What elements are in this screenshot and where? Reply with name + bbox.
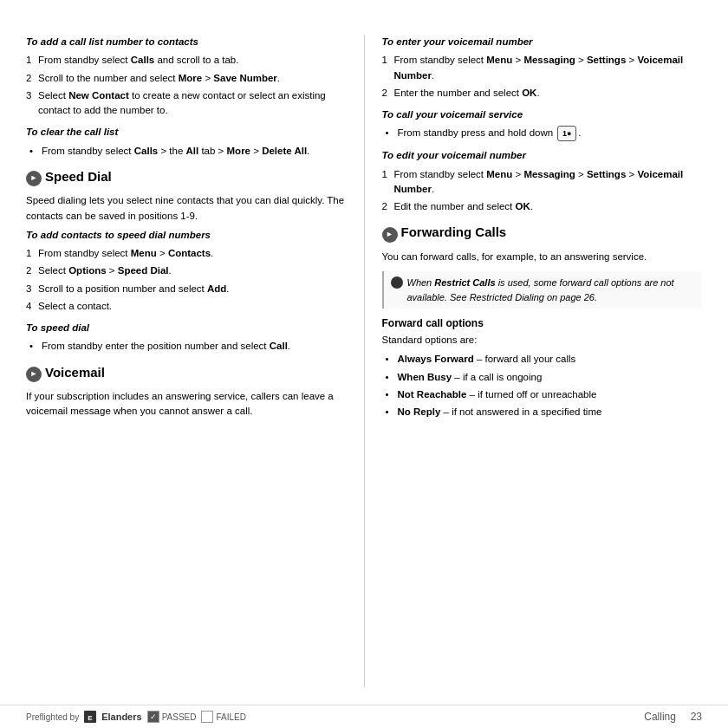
- item-text: Select a contact.: [38, 299, 347, 314]
- item-number: 1: [382, 53, 394, 83]
- enter-voicemail-title: To enter your voicemail number: [382, 35, 703, 49]
- preflighted-text: Preflighted by: [26, 712, 79, 722]
- bullet-item: • Not Reachable – if turned off or unrea…: [382, 387, 703, 402]
- item-number: 2: [26, 71, 38, 86]
- forwarding-calls-body: You can forward calls, for example, to a…: [382, 250, 703, 264]
- list-item: 2 Edit the number and select OK.: [382, 199, 703, 214]
- list-item: 3 Scroll to a position number and select…: [26, 282, 347, 296]
- preflighted-label: Preflighted by E Elanders ✓ PASSED FAILE…: [26, 711, 246, 723]
- list-item: 2 Enter the number and select OK.: [382, 86, 703, 101]
- bullet-symbol: •: [386, 387, 398, 402]
- bullet-symbol: •: [386, 352, 398, 367]
- item-text: From standby press and hold down 1●.: [398, 126, 703, 141]
- item-text: From standby select Menu > Contacts.: [38, 246, 347, 261]
- failed-label: FAILED: [216, 712, 245, 722]
- elanders-logo-icon: E: [84, 711, 96, 723]
- item-text: Edit the number and select OK.: [394, 199, 703, 214]
- section-clear-title: To clear the call list: [26, 125, 347, 140]
- item-text: Always Forward – forward all your calls: [398, 352, 703, 367]
- item-text: Not Reachable – if turned off or unreach…: [398, 387, 703, 402]
- edit-voicemail-title: To edit your voicemail number: [382, 148, 703, 163]
- footer-calling-label: Calling: [644, 711, 676, 723]
- section-speed-dial-title: To speed dial: [26, 321, 347, 335]
- failed-badge: FAILED: [201, 711, 245, 723]
- failed-box-icon: [201, 711, 213, 723]
- warning-dot-icon: [391, 276, 403, 289]
- bullet-symbol: •: [386, 126, 398, 141]
- item-number: 1: [26, 246, 38, 261]
- right-column: To enter your voicemail number 1 From st…: [365, 35, 703, 687]
- forward-options-heading: Forward call options: [382, 315, 703, 331]
- section-enter-voicemail: To enter your voicemail number 1 From st…: [382, 35, 703, 101]
- forwarding-calls-icon: ►: [382, 227, 398, 243]
- bullet-symbol: •: [29, 339, 42, 354]
- item-number: 2: [26, 263, 38, 278]
- bullet-symbol: •: [386, 370, 398, 385]
- page-footer: Preflighted by E Elanders ✓ PASSED FAILE…: [0, 705, 728, 728]
- item-number: 1: [26, 53, 38, 68]
- section-add-speed-dial: To add contacts to speed dial numbers 1 …: [26, 228, 347, 314]
- company-name: Elanders: [101, 712, 141, 722]
- page-container: To add a call list number to contacts 1 …: [0, 0, 728, 728]
- left-column: To add a call list number to contacts 1 …: [26, 35, 365, 687]
- bullet-symbol: •: [29, 144, 42, 159]
- item-text: From standby select Calls and scroll to …: [38, 53, 347, 68]
- item-text: Enter the number and select OK.: [394, 86, 703, 101]
- item-text: Select New Contact to create a new conta…: [38, 88, 347, 119]
- section-add-speed-dial-title: To add contacts to speed dial numbers: [26, 228, 347, 243]
- warning-text: When Restrict Calls is used, some forwar…: [407, 276, 696, 304]
- list-item: 1 From standby select Menu > Contacts.: [26, 246, 347, 261]
- item-number: 3: [26, 88, 38, 119]
- item-text: Scroll to a position number and select A…: [38, 282, 347, 296]
- item-text: No Reply – if not answered in a specifie…: [398, 405, 703, 419]
- item-number: 1: [382, 167, 394, 198]
- speed-dial-heading: Speed Dial: [45, 167, 112, 187]
- voicemail-heading: Voicemail: [45, 363, 105, 383]
- speed-dial-icon: ►: [26, 171, 42, 186]
- item-text: From standby enter the position number a…: [42, 339, 347, 354]
- call-voicemail-title: To call your voicemail service: [382, 107, 703, 122]
- page-content: To add a call list number to contacts 1 …: [0, 0, 728, 705]
- svg-text:E: E: [88, 714, 93, 722]
- list-item: 1 From standby select Menu > Messaging >…: [382, 53, 703, 83]
- item-number: 2: [382, 199, 394, 214]
- speed-dial-body: Speed dialing lets you select nine conta…: [26, 193, 347, 224]
- speed-dial-heading-block: ► Speed Dial: [26, 167, 347, 191]
- item-number: 3: [26, 282, 38, 296]
- forwarding-calls-heading-block: ► Forwarding Calls: [382, 223, 703, 246]
- list-item: 2 Select Options > Speed Dial.: [26, 263, 347, 278]
- voicemail-icon: ►: [26, 367, 42, 382]
- key-one: 1●: [557, 126, 576, 141]
- item-text: When Busy – if a call is ongoing: [398, 370, 703, 385]
- bullet-item: • When Busy – if a call is ongoing: [382, 370, 703, 385]
- item-text: From standby select Menu > Messaging > S…: [394, 53, 703, 83]
- forwarding-calls-heading: Forwarding Calls: [401, 223, 507, 243]
- forward-call-options: Forward call options Standard options ar…: [382, 315, 703, 419]
- section-add-call-title: To add a call list number to contacts: [26, 35, 347, 49]
- list-item: 1 From standby select Calls and scroll t…: [26, 53, 347, 68]
- warning-block: When Restrict Calls is used, some forwar…: [382, 271, 703, 309]
- item-text: Select Options > Speed Dial.: [38, 263, 347, 278]
- item-number: 2: [382, 86, 394, 101]
- section-speed-dial: To speed dial • From standby enter the p…: [26, 321, 347, 354]
- section-edit-voicemail: To edit your voicemail number 1 From sta…: [382, 148, 703, 214]
- list-item: 1 From standby select Menu > Messaging >…: [382, 167, 703, 198]
- item-text: Scroll to the number and select More > S…: [38, 71, 347, 86]
- voicemail-heading-block: ► Voicemail: [26, 363, 347, 387]
- bullet-item: • From standby enter the position number…: [26, 339, 347, 354]
- passed-badge: ✓ PASSED: [147, 711, 197, 723]
- forward-options-subtitle: Standard options are:: [382, 333, 703, 348]
- bullet-item: • From standby select Calls > the All ta…: [26, 144, 347, 159]
- list-item: 4 Select a contact.: [26, 299, 347, 314]
- passed-check-icon: ✓: [147, 711, 159, 723]
- item-number: 4: [26, 299, 38, 314]
- section-clear-call-list: To clear the call list • From standby se…: [26, 125, 347, 159]
- bullet-item: • Always Forward – forward all your call…: [382, 352, 703, 367]
- list-item: 2 Scroll to the number and select More >…: [26, 71, 347, 86]
- bullet-item: • No Reply – if not answered in a specif…: [382, 405, 703, 419]
- bullet-symbol: •: [386, 405, 398, 419]
- footer-page-info: Calling 23: [644, 711, 702, 723]
- section-call-voicemail: To call your voicemail service • From st…: [382, 107, 703, 141]
- voicemail-body: If your subscription includes an answeri…: [26, 389, 347, 419]
- passed-label: PASSED: [162, 712, 197, 722]
